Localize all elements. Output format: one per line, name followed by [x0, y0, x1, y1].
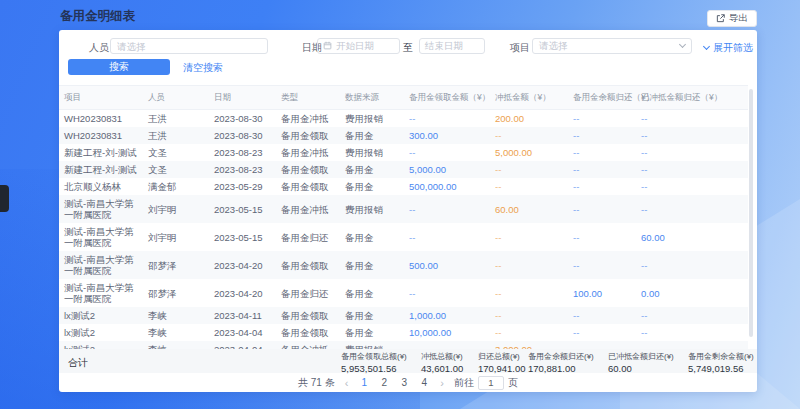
- summary-stat-label: 冲抵总额(¥): [421, 351, 463, 362]
- table-cell: 2023-04-11: [209, 307, 276, 324]
- table-cell: --: [568, 341, 636, 349]
- page-number-list: 1234: [358, 377, 430, 388]
- table-cell: 测试-南昌大学第一附属医院: [59, 279, 143, 307]
- summary-total-label: 合计: [68, 356, 88, 370]
- table-cell: --: [490, 324, 568, 341]
- table-row: WH20230831王洪2023-08-30备用金领取备用金300.00----…: [59, 127, 748, 144]
- vertical-scrollbar[interactable]: [749, 89, 753, 337]
- table-cell: WH20230831: [59, 127, 143, 144]
- table-cell: lx测试2: [59, 341, 143, 349]
- next-page-button[interactable]: ›: [438, 378, 446, 388]
- summary-stat: 备用金剩余金额(¥)5,749,019.56: [688, 351, 754, 374]
- table-cell: 2023-05-15: [209, 223, 276, 251]
- table-cell: 备用金归还: [276, 279, 340, 307]
- table-cell: 备用金: [340, 307, 404, 324]
- date-range-separator: 至: [403, 41, 413, 55]
- table-row: 新建工程-刘-测试文圣2023-08-23备用金冲抵费用报销--5,000.00…: [59, 144, 748, 161]
- page-number-button[interactable]: 3: [398, 377, 410, 388]
- export-icon: [716, 14, 725, 23]
- table-cell: 备用金冲抵: [276, 110, 340, 128]
- summary-stat: 已冲抵金额归还(¥)60.00: [608, 351, 674, 374]
- table-cell: WH20230831: [59, 110, 143, 128]
- drawer-handle[interactable]: [0, 185, 9, 212]
- table-row: 新建工程-刘-测试文圣2023-08-23备用金领取备用金5,000.00---…: [59, 161, 748, 178]
- table-cell: --: [636, 144, 748, 161]
- table-cell: 满金郁: [143, 178, 209, 195]
- table-cell: 备用金领取: [276, 127, 340, 144]
- table-cell: 200.00: [490, 110, 568, 128]
- table-cell: --: [404, 144, 490, 161]
- table-cell: --: [490, 279, 568, 307]
- start-date-placeholder: 开始日期: [336, 40, 374, 53]
- table-cell: 刘宇明: [143, 195, 209, 223]
- export-button[interactable]: 导出: [707, 10, 757, 27]
- table-cell: 备用金领取: [276, 178, 340, 195]
- table-cell: 刘宇明: [143, 223, 209, 251]
- table-cell: --: [568, 144, 636, 161]
- table-cell: 100.00: [568, 279, 636, 307]
- summary-stat-label: 已冲抵金额归还(¥): [608, 351, 674, 362]
- table-cell: 500,000.00: [404, 178, 490, 195]
- column-header: 冲抵金额（¥）: [490, 86, 568, 110]
- chevron-down-icon: [703, 43, 710, 50]
- goto-page-input[interactable]: [478, 376, 504, 390]
- table-cell: --: [636, 324, 748, 341]
- table-cell: --: [568, 127, 636, 144]
- page-number-button[interactable]: 2: [378, 377, 390, 388]
- clear-search-link[interactable]: 清空搜索: [183, 61, 223, 75]
- table-cell: 新建工程-刘-测试: [59, 161, 143, 178]
- column-header: 类型: [276, 86, 340, 110]
- table-row: 测试-南昌大学第一附属医院邵梦泽2023-04-20备用金领取备用金500.00…: [59, 251, 748, 279]
- table-cell: 备用金领取: [276, 161, 340, 178]
- table-cell: 测试-南昌大学第一附属医院: [59, 195, 143, 223]
- table-row: 测试-南昌大学第一附属医院刘宇明2023-05-15备用金归还备用金------…: [59, 223, 748, 251]
- table-cell: 北京顺义杨林: [59, 178, 143, 195]
- table-cell: 5,000.00: [404, 161, 490, 178]
- table-cell: --: [636, 341, 748, 349]
- table-cell: 新建工程-刘-测试: [59, 144, 143, 161]
- column-header: 项目: [59, 86, 143, 110]
- table-cell: --: [404, 279, 490, 307]
- summary-stat: 冲抵总额(¥)43,601.00: [421, 351, 463, 374]
- prev-page-button[interactable]: ‹: [343, 378, 351, 388]
- table-cell: 3,000.00: [490, 341, 568, 349]
- pagination-bar: 共 71 条 ‹ 1234 › 前往 页: [59, 373, 757, 392]
- table-cell: --: [490, 307, 568, 324]
- table-cell: --: [568, 223, 636, 251]
- column-header: 已冲抵金额归还（¥）: [636, 86, 748, 110]
- summary-stat: 备用金领取总额(¥)5,953,501.56: [341, 351, 407, 374]
- search-button[interactable]: 搜索: [68, 59, 170, 75]
- end-date-input[interactable]: 结束日期: [419, 38, 485, 54]
- summary-stat-label: 备用金剩余金额(¥): [688, 351, 754, 362]
- person-filter-input[interactable]: [110, 38, 268, 54]
- table-cell: --: [636, 307, 748, 324]
- expand-filters-link[interactable]: 展开筛选: [704, 41, 753, 55]
- table-cell: --: [568, 195, 636, 223]
- table-cell: 500.00: [404, 251, 490, 279]
- person-filter-label: 人员: [89, 41, 109, 55]
- table-cell: --: [568, 324, 636, 341]
- project-select[interactable]: 请选择: [532, 38, 692, 54]
- table-cell: 备用金冲抵: [276, 144, 340, 161]
- table-cell: 王洪: [143, 110, 209, 128]
- table-cell: 备用金: [340, 223, 404, 251]
- summary-stat-value: 170,941.00: [478, 363, 526, 374]
- start-date-input[interactable]: 开始日期: [317, 38, 400, 54]
- page-number-button[interactable]: 4: [418, 377, 430, 388]
- export-label: 导出: [729, 12, 748, 25]
- table-row: 北京顺义杨林满金郁2023-05-29备用金领取备用金500,000.00---…: [59, 178, 748, 195]
- content-card: 人员 日期 开始日期 至 结束日期 项目 请选择 展开筛选 搜索 清空搜索: [59, 30, 757, 392]
- table-cell: 费用报销: [340, 144, 404, 161]
- table-cell: --: [568, 110, 636, 128]
- goto-label: 前往: [454, 376, 474, 390]
- table-cell: 2023-05-29: [209, 178, 276, 195]
- table-cell: 2023-04-04: [209, 324, 276, 341]
- page-number-button[interactable]: 1: [358, 377, 370, 388]
- table-cell: 费用报销: [340, 341, 404, 349]
- table-cell: 备用金冲抵: [276, 195, 340, 223]
- summary-bar: 合计 备用金领取总额(¥)5,953,501.56冲抵总额(¥)43,601.0…: [59, 349, 757, 373]
- project-select-placeholder: 请选择: [539, 40, 568, 53]
- table-cell: --: [568, 178, 636, 195]
- table-header-row: 项目人员日期类型数据来源备用金领取金额（¥）冲抵金额（¥）备用金余额归还（¥）已…: [59, 86, 748, 110]
- page-title: 备用金明细表: [60, 8, 135, 25]
